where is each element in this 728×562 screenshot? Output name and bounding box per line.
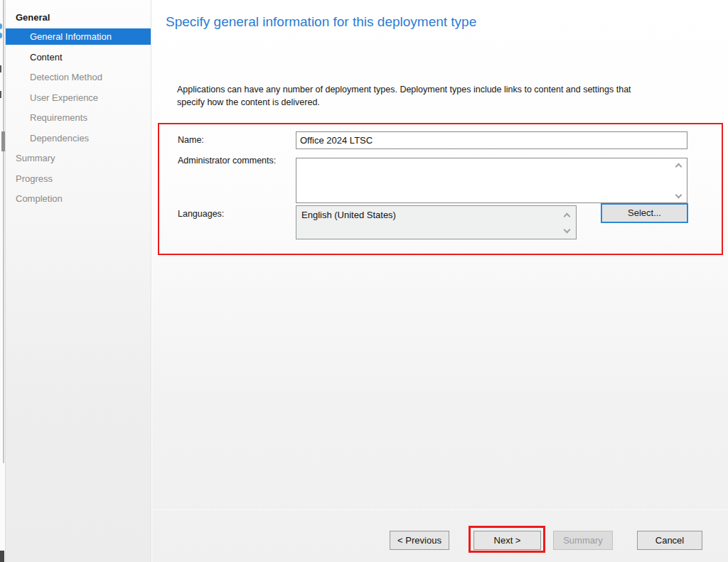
administrator-comments-label: Administrator comments: (178, 156, 276, 166)
languages-list: English (United States) (296, 205, 577, 239)
languages-label: Languages: (178, 209, 224, 219)
background-scrollbar-thumb (1, 131, 5, 151)
summary-button: Summary (553, 531, 613, 550)
name-label: Name: (178, 135, 204, 145)
background-dark-edge (0, 551, 4, 562)
page-title: Specify general information for this dep… (166, 14, 476, 30)
next-button[interactable]: Next > (473, 531, 541, 550)
nav-item-detection-method: Detection Method (6, 70, 151, 85)
footer-divider (152, 509, 728, 510)
clipped-icon (0, 33, 2, 38)
clipped-text-mark (0, 91, 1, 98)
wizard-main-pane: Specify general information for this dep… (152, 0, 728, 562)
background-window-edge (0, 0, 6, 562)
nav-group-general: General (6, 10, 151, 26)
previous-button[interactable]: < Previous (390, 531, 449, 550)
page-description: Applications can have any number of depl… (177, 83, 679, 109)
wizard-nav-sidebar: General General Information Content Dete… (6, 0, 151, 562)
clipped-text-mark (0, 65, 1, 72)
administrator-comments-textarea[interactable] (296, 158, 687, 203)
name-input[interactable] (296, 131, 687, 149)
nav-item-dependencies: Dependencies (6, 131, 151, 146)
select-languages-button[interactable]: Select... (601, 203, 688, 223)
create-deployment-type-wizard: General General Information Content Dete… (0, 0, 728, 562)
nav-item-user-experience: User Experience (6, 90, 151, 106)
clipped-icon (0, 23, 2, 29)
cancel-button[interactable]: Cancel (637, 531, 702, 550)
nav-item-summary: Summary (6, 151, 151, 166)
nav-item-general-information[interactable]: General Information (6, 28, 151, 45)
nav-item-content[interactable]: Content (6, 50, 151, 65)
nav-item-progress: Progress (6, 171, 151, 187)
nav-item-completion: Completion (6, 191, 151, 207)
nav-item-requirements: Requirements (6, 110, 151, 126)
background-scrollbar-track (3, 0, 4, 463)
